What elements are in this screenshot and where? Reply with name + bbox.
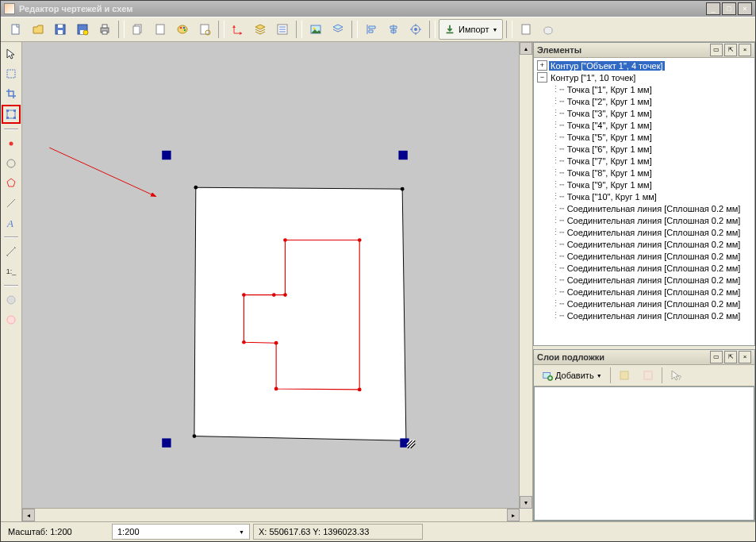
minimize-button[interactable]: _ xyxy=(706,2,720,15)
canvas-area[interactable]: ▴ ▾ ◂ ▸ xyxy=(22,42,532,521)
tree-row[interactable]: ⋮⋯Точка ["2", Круг 1 мм] xyxy=(534,95,754,107)
snap-button[interactable] xyxy=(405,19,426,40)
tree-row[interactable]: +Контур ["Объект 1", 4 точек] xyxy=(534,60,754,71)
layers-list[interactable] xyxy=(534,386,754,521)
polygon-tool[interactable] xyxy=(2,175,20,192)
layer-pointer-button[interactable]: ? xyxy=(666,365,686,386)
separator xyxy=(506,21,512,38)
align-center-button[interactable] xyxy=(383,19,404,40)
tree-row[interactable]: ⋮⋯Соединительная линия [Сплошная 0.2 мм] xyxy=(534,298,754,309)
panel-float-button[interactable]: ▭ xyxy=(710,351,723,363)
svg-point-41 xyxy=(193,434,197,438)
tree-row[interactable]: ⋮⋯Соединительная линия [Сплошная 0.2 мм] xyxy=(534,238,754,250)
svg-rect-24 xyxy=(522,25,530,34)
print-button[interactable] xyxy=(94,19,115,40)
tree-row[interactable]: ⋮⋯Точка ["8", Круг 1 мм] xyxy=(534,167,754,179)
elements-panel-title: Элементы xyxy=(537,45,708,55)
svg-point-38 xyxy=(194,186,198,190)
panel-close-button[interactable]: × xyxy=(739,351,751,363)
scale-select[interactable]: 1:200 ▼ xyxy=(112,524,250,540)
tree-row[interactable]: ⋮⋯Точка ["5", Круг 1 мм] xyxy=(534,131,754,143)
svg-rect-25 xyxy=(7,70,15,78)
add-layer-button[interactable]: Добавить ▼ xyxy=(537,368,607,382)
page-setup-button[interactable] xyxy=(194,19,215,40)
palette-button[interactable] xyxy=(172,19,193,40)
svg-point-50 xyxy=(272,293,276,297)
import-button[interactable]: Импорт ▼ xyxy=(439,19,503,40)
tree-row[interactable]: ⋮⋯Точка ["6", Круг 1 мм] xyxy=(534,143,754,155)
tree-row[interactable]: ⋮⋯Точка ["10", Круг 1 мм] xyxy=(534,190,754,202)
image-button[interactable] xyxy=(305,19,326,40)
scroll-right-button[interactable]: ▸ xyxy=(507,509,520,521)
panel-close-button[interactable]: × xyxy=(739,44,751,56)
maximize-button[interactable]: □ xyxy=(722,2,736,15)
wheel-tool[interactable] xyxy=(2,291,20,309)
tree-row[interactable]: ⋮⋯Соединительная линия [Сплошная 0.2 мм] xyxy=(534,214,754,226)
layers-button[interactable] xyxy=(250,19,271,40)
paste-button[interactable] xyxy=(150,19,171,40)
rect-select-tool[interactable] xyxy=(2,65,20,83)
open-button[interactable] xyxy=(28,19,48,40)
point-tool[interactable] xyxy=(2,135,20,152)
horizontal-scrollbar[interactable]: ◂ ▸ xyxy=(22,508,520,521)
app-window: Редактор чертежей и схем _ □ × Имп xyxy=(0,0,756,542)
tree-item: Точка ["9", Круг 1 мм] xyxy=(566,180,654,190)
separator xyxy=(351,21,358,38)
tree-row[interactable]: ⋮⋯Соединительная линия [Сплошная 0.2 мм] xyxy=(534,226,754,238)
bounds-tool[interactable] xyxy=(2,105,21,124)
layer-action1-button[interactable] xyxy=(614,365,635,386)
layer-action2-button[interactable] xyxy=(638,365,658,386)
tree-row[interactable]: ⋮⋯Соединительная линия [Сплошная 0.2 мм] xyxy=(534,286,754,298)
close-button[interactable]: × xyxy=(738,2,752,15)
panel-pin-button[interactable]: ⇱ xyxy=(724,44,737,56)
copy-button[interactable] xyxy=(128,19,148,40)
drawing[interactable] xyxy=(30,50,512,501)
text-tool[interactable]: A xyxy=(2,214,20,232)
pointer-tool[interactable] xyxy=(2,45,20,63)
window-title: Редактор чертежей и схем xyxy=(19,4,706,13)
svg-point-14 xyxy=(180,27,182,29)
svg-rect-28 xyxy=(13,110,16,112)
scroll-left-button[interactable]: ◂ xyxy=(22,509,35,521)
panel-float-button[interactable]: ▭ xyxy=(710,44,723,56)
circle-tool[interactable] xyxy=(2,155,20,172)
tree-row[interactable]: −Контур ["1", 10 точек] xyxy=(534,71,754,83)
separator xyxy=(610,367,611,383)
tree-row[interactable]: ⋮⋯Точка ["4", Круг 1 мм] xyxy=(534,119,754,131)
scroll-down-button[interactable]: ▾ xyxy=(520,496,532,509)
tree-row[interactable]: ⋮⋯Точка ["7", Круг 1 мм] xyxy=(534,155,754,167)
dropdown-caret-icon: ▼ xyxy=(597,373,602,379)
tree-row[interactable]: ⋮⋯Соединительная линия [Сплошная 0.2 мм] xyxy=(534,262,754,274)
list-button[interactable] xyxy=(272,19,293,40)
elements-tree[interactable]: +Контур ["Объект 1", 4 точек]−Контур ["1… xyxy=(534,58,754,345)
tree-row[interactable]: ⋮⋯Точка ["3", Круг 1 мм] xyxy=(534,107,754,119)
doc1-button[interactable] xyxy=(516,19,536,40)
new-button[interactable] xyxy=(6,19,26,40)
scale-value: 1:200 xyxy=(117,527,239,536)
app-icon xyxy=(4,3,15,14)
measure-tool[interactable] xyxy=(2,243,20,260)
line-tool[interactable] xyxy=(2,194,20,212)
scroll-up-button[interactable]: ▴ xyxy=(520,42,532,55)
align-left-button[interactable] xyxy=(361,19,382,40)
tree-row[interactable]: ⋮⋯Соединительная линия [Сплошная 0.2 мм] xyxy=(534,250,754,262)
save-as-button[interactable] xyxy=(72,19,93,40)
save-button[interactable] xyxy=(50,19,71,40)
dropdown-caret-icon: ▼ xyxy=(239,529,244,535)
tree-row[interactable]: ⋮⋯Точка ["9", Круг 1 мм] xyxy=(534,179,754,190)
crop-tool[interactable] xyxy=(2,85,20,102)
doc2-button[interactable] xyxy=(538,19,558,40)
panel-pin-button[interactable]: ⇱ xyxy=(724,351,737,363)
vertical-scrollbar[interactable]: ▴ ▾ xyxy=(519,42,532,509)
tree-row[interactable]: ⋮⋯Соединительная линия [Сплошная 0.2 мм] xyxy=(534,202,754,214)
disc-tool[interactable] xyxy=(2,311,20,329)
tree-row[interactable]: ⋮⋯Соединительная линия [Сплошная 0.2 мм] xyxy=(534,274,754,286)
svg-rect-11 xyxy=(133,26,140,34)
tree-row[interactable]: ⋮⋯Точка ["1", Круг 1 мм] xyxy=(534,83,754,95)
svg-rect-27 xyxy=(6,110,9,112)
svg-point-6 xyxy=(83,30,88,35)
scale-tool[interactable]: 1:_ xyxy=(2,263,20,280)
layers2-button[interactable] xyxy=(328,19,348,40)
tree-row[interactable]: ⋮⋯Соединительная линия [Сплошная 0.2 мм] xyxy=(534,309,754,321)
axes-button[interactable] xyxy=(228,19,248,40)
